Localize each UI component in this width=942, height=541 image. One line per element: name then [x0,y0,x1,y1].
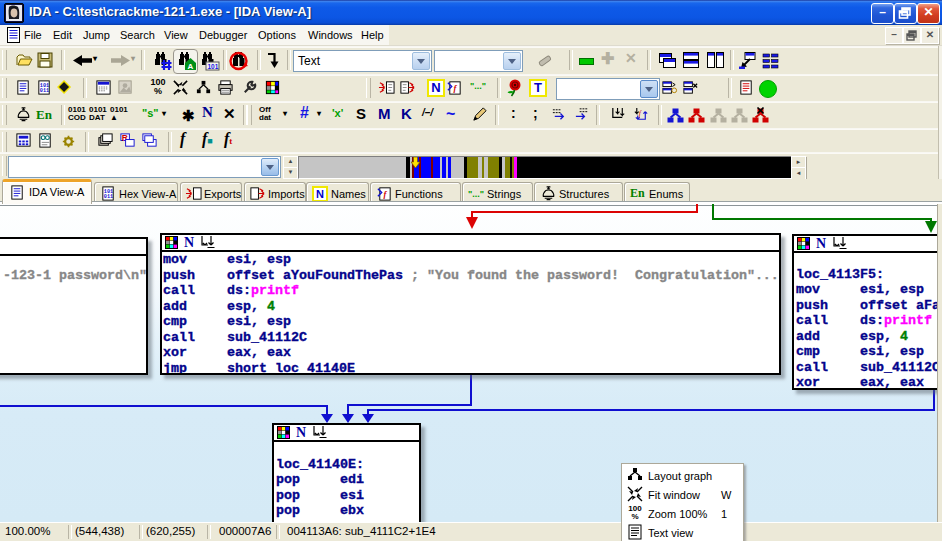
svg-text:011: 011 [104,194,113,200]
svg-text:101: 101 [208,63,219,70]
svg-text:011: 011 [40,88,49,94]
svg-text:A: A [188,62,194,71]
